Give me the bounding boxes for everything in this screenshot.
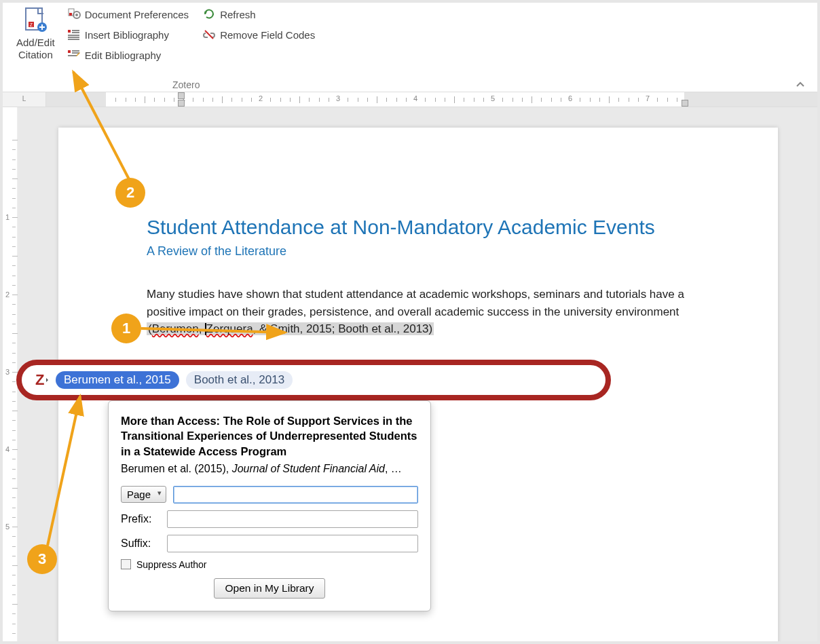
svg-text:Z: Z bbox=[35, 371, 44, 388]
locator-value-input[interactable] bbox=[173, 486, 418, 504]
svg-rect-10 bbox=[68, 30, 71, 33]
locator-type-select[interactable]: Page bbox=[121, 486, 166, 503]
svg-line-26 bbox=[73, 72, 129, 179]
refresh-label: Refresh bbox=[220, 9, 256, 20]
vertical-ruler[interactable]: 12345 bbox=[3, 107, 18, 641]
zotero-logo-icon[interactable]: Z bbox=[30, 371, 49, 390]
popover-meta: Berumen et al. (2015), Journal of Studen… bbox=[121, 463, 418, 475]
prefix-input[interactable] bbox=[167, 510, 418, 528]
remove-field-codes-button[interactable]: Remove Field Codes bbox=[200, 27, 318, 42]
arrow-1 bbox=[138, 322, 295, 338]
citation-token-active[interactable]: Berumen et al., 2015 bbox=[56, 371, 179, 389]
ruler-corner[interactable]: L bbox=[3, 92, 46, 107]
ribbon-group-label: Zotero bbox=[172, 79, 200, 90]
collapse-ribbon-chevron-icon[interactable] bbox=[796, 79, 805, 90]
arrow-3 bbox=[43, 392, 98, 555]
document-title: Student Attendance at Non-Mandatory Acad… bbox=[147, 216, 690, 239]
gear-page-icon bbox=[67, 8, 81, 20]
citation-page-icon: Z bbox=[22, 7, 49, 34]
svg-line-30 bbox=[48, 396, 80, 546]
horizontal-ruler[interactable]: 1234567 bbox=[46, 92, 817, 107]
suffix-label: Suffix: bbox=[121, 537, 160, 550]
remove-field-codes-label: Remove Field Codes bbox=[220, 29, 315, 41]
refresh-button[interactable]: Refresh bbox=[200, 7, 318, 22]
svg-rect-16 bbox=[68, 50, 71, 53]
document-preferences-button[interactable]: Document Preferences bbox=[64, 7, 191, 22]
edit-bibliography-button[interactable]: Edit Bibliography bbox=[64, 48, 191, 62]
bibliography-lines-icon bbox=[67, 29, 81, 41]
svg-point-9 bbox=[75, 14, 78, 16]
document-preferences-label: Document Preferences bbox=[85, 9, 189, 20]
callout-2: 2 bbox=[115, 178, 145, 208]
svg-marker-24 bbox=[46, 378, 48, 382]
callout-1: 1 bbox=[111, 314, 141, 343]
unlink-icon bbox=[202, 29, 216, 41]
zotero-quickcite-bar[interactable]: Z Berumen et al., 2015 Booth et al., 201… bbox=[16, 360, 611, 400]
add-edit-citation-label-line1: Add/Edit bbox=[16, 37, 55, 49]
citation-editor-popover: More than Access: The Role of Support Se… bbox=[108, 400, 431, 611]
svg-rect-7 bbox=[69, 13, 72, 16]
paragraph-text: Many studies have shown that student att… bbox=[147, 288, 684, 318]
citation-token-inactive[interactable]: Booth et al., 2013 bbox=[186, 371, 293, 389]
popover-title: More than Access: The Role of Support Se… bbox=[121, 413, 418, 459]
document-subtitle: A Review of the Literature bbox=[147, 244, 690, 259]
open-in-library-button[interactable]: Open in My Library bbox=[214, 578, 326, 599]
suppress-author-label: Suppress Author bbox=[136, 559, 207, 570]
svg-line-28 bbox=[141, 328, 285, 333]
insert-bibliography-label: Insert Bibliography bbox=[85, 29, 169, 41]
suffix-input[interactable] bbox=[167, 535, 418, 552]
callout-3: 3 bbox=[27, 544, 57, 574]
svg-text:Z: Z bbox=[30, 22, 33, 27]
edit-bibliography-label: Edit Bibliography bbox=[85, 50, 162, 61]
edit-bibliography-icon bbox=[67, 49, 81, 61]
add-edit-citation-button[interactable]: Z Add/Edit Citation bbox=[11, 7, 60, 92]
suppress-author-checkbox[interactable] bbox=[121, 559, 131, 569]
insert-bibliography-button[interactable]: Insert Bibliography bbox=[64, 27, 191, 42]
refresh-icon bbox=[202, 8, 216, 20]
prefix-label: Prefix: bbox=[121, 513, 160, 525]
add-edit-citation-label-line2: Citation bbox=[18, 49, 53, 61]
